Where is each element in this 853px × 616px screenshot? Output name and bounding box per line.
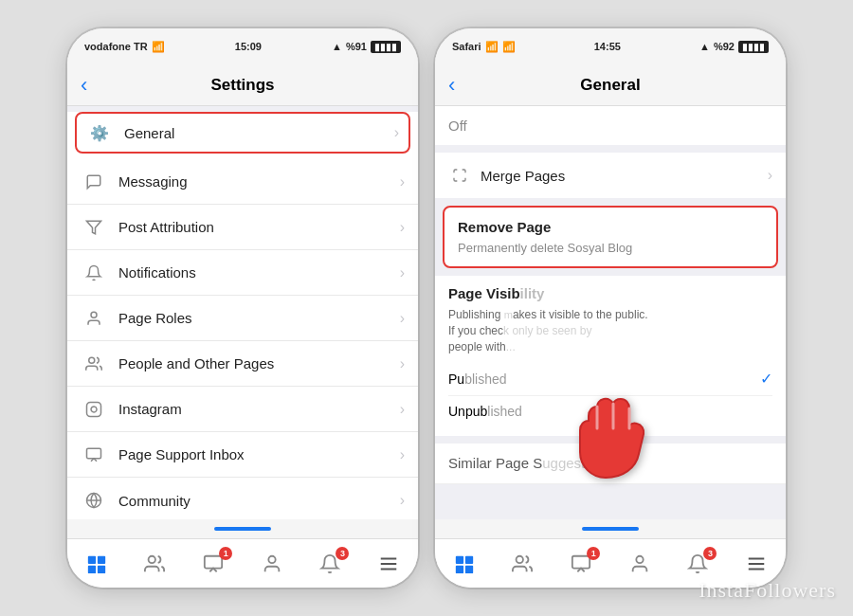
- visibility-option-unpublished[interactable]: Unpublished: [448, 396, 772, 426]
- settings-item-notifications[interactable]: Notifications ›: [67, 250, 418, 296]
- right-tab-watch-badge: 1: [587, 547, 600, 560]
- remove-page-subtitle: Permanently delete Sosyal Blog: [445, 241, 776, 266]
- instagram-icon: [81, 396, 107, 423]
- visibility-description: Publishing makes it visible to the publi…: [448, 307, 772, 354]
- right-tab-notifications[interactable]: 3: [677, 543, 718, 585]
- published-label: Published: [448, 371, 507, 387]
- left-carrier: vodafone TR: [84, 41, 148, 52]
- svg-rect-9: [98, 555, 105, 563]
- page-visibility-section: Page Visibility Publishing makes it visi…: [435, 276, 786, 436]
- svg-point-24: [636, 555, 643, 562]
- right-phone: Safari 📶 📶 14:55 ▲ %92 ▮▮▮▮ ‹ General Of…: [435, 28, 786, 588]
- similar-pages-section: Similar Page Suggestions: [435, 444, 786, 484]
- svg-rect-3: [87, 402, 101, 416]
- left-tab-friends[interactable]: [134, 543, 175, 585]
- page-roles-icon: [81, 305, 107, 332]
- visibility-content: Page Visibility Publishing makes it visi…: [435, 276, 786, 436]
- settings-item-general[interactable]: ⚙️ General ›: [75, 112, 410, 154]
- people-other-pages-icon: [81, 351, 107, 377]
- settings-item-instagram[interactable]: Instagram ›: [67, 387, 418, 432]
- right-home-indicator: [582, 527, 639, 531]
- merge-pages-label: Merge Pages: [481, 168, 768, 184]
- left-battery-pct: %91: [346, 41, 367, 52]
- remove-page-section[interactable]: Remove Page Permanently delete Sosyal Bl…: [443, 206, 778, 268]
- right-carrier: Safari: [452, 41, 481, 52]
- right-wifi-icon: 📶: [502, 41, 516, 53]
- svg-point-1: [91, 312, 97, 317]
- left-nav-title: Settings: [109, 76, 376, 95]
- svg-rect-18: [456, 555, 463, 563]
- right-status-bar: Safari 📶 📶 14:55 ▲ %92 ▮▮▮▮: [435, 28, 786, 64]
- left-tab-home[interactable]: [76, 543, 118, 585]
- left-back-button[interactable]: ‹: [81, 73, 109, 98]
- svg-point-14: [268, 555, 275, 562]
- settings-item-messaging[interactable]: Messaging ›: [67, 159, 418, 205]
- svg-rect-10: [88, 565, 96, 572]
- svg-point-22: [517, 555, 523, 562]
- svg-marker-0: [87, 221, 101, 234]
- left-phone: vodafone TR 📶 15:09 ▲ %91 ▮▮▮▮ ‹ Setting…: [67, 28, 418, 588]
- settings-item-post-attribution[interactable]: Post Attribution ›: [67, 205, 418, 250]
- left-status-right: ▲ %91 ▮▮▮▮: [332, 41, 401, 53]
- left-home-indicator-container: [67, 519, 418, 538]
- instagram-chevron: ›: [400, 401, 405, 418]
- left-status-bar: vodafone TR 📶 15:09 ▲ %91 ▮▮▮▮: [67, 28, 418, 64]
- merge-pages-item[interactable]: Merge Pages ›: [435, 153, 786, 198]
- right-tab-home[interactable]: [444, 543, 485, 585]
- off-item: Off: [435, 106, 786, 145]
- page-support-inbox-icon: [81, 442, 107, 468]
- similar-pages-title: Similar Page Suggestions: [448, 455, 611, 471]
- right-tab-watch[interactable]: 1: [560, 543, 602, 585]
- right-nav-bar: ‹ General: [435, 64, 786, 106]
- left-tab-notifications[interactable]: 3: [309, 543, 351, 585]
- instagram-label: Instagram: [118, 401, 400, 417]
- page-roles-chevron: ›: [400, 310, 405, 327]
- left-battery-icon: ▮▮▮▮: [371, 41, 401, 53]
- svg-point-12: [149, 555, 155, 562]
- right-status-right: ▲ %92 ▮▮▮▮: [699, 41, 769, 53]
- right-battery-pct: %92: [714, 41, 735, 52]
- merge-pages-icon: [448, 164, 471, 187]
- page-support-inbox-chevron: ›: [400, 446, 405, 463]
- notifications-label: Notifications: [118, 264, 400, 281]
- off-section: Off: [435, 106, 786, 145]
- svg-point-2: [89, 357, 95, 363]
- left-nav-bar: ‹ Settings: [67, 64, 418, 106]
- messaging-label: Messaging: [118, 173, 400, 190]
- general-chevron: ›: [394, 124, 399, 141]
- settings-item-page-roles[interactable]: Page Roles ›: [67, 296, 418, 341]
- people-other-pages-label: People and Other Pages: [118, 355, 400, 371]
- right-battery-icon: ▮▮▮▮: [738, 41, 769, 53]
- left-status-left: vodafone TR 📶: [84, 41, 165, 53]
- right-nav-title: General: [477, 76, 744, 95]
- right-tab-menu[interactable]: [735, 543, 777, 585]
- messaging-icon: [81, 169, 107, 195]
- right-tab-friends[interactable]: [501, 543, 543, 585]
- right-back-button[interactable]: ‹: [448, 73, 477, 98]
- remove-page-title: Remove Page: [445, 208, 776, 241]
- visibility-option-published[interactable]: Published ✓: [448, 362, 772, 396]
- community-label: Community: [118, 493, 400, 509]
- right-tab-profile[interactable]: [619, 543, 661, 585]
- right-time: 14:55: [594, 41, 621, 52]
- left-tab-watch[interactable]: 1: [192, 543, 234, 585]
- left-tab-menu[interactable]: [368, 543, 409, 585]
- unpublished-label: Unpublished: [448, 404, 522, 419]
- svg-rect-19: [465, 555, 473, 563]
- notifications-icon: [81, 260, 107, 286]
- left-tab-watch-badge: 1: [219, 547, 232, 560]
- svg-rect-8: [88, 555, 96, 563]
- left-tab-profile[interactable]: [251, 543, 293, 585]
- visibility-options: Published ✓ Unpublished: [448, 362, 772, 426]
- settings-item-community[interactable]: Community ›: [67, 478, 418, 519]
- published-checkmark: ✓: [760, 370, 772, 388]
- svg-rect-11: [98, 565, 105, 572]
- svg-rect-21: [465, 565, 473, 572]
- left-settings-list: ⚙️ General › Messaging › Post Attributio…: [67, 106, 418, 519]
- settings-item-page-support-inbox[interactable]: Page Support Inbox ›: [67, 432, 418, 478]
- right-settings-list: Off Merge Pages › Remove Page Permanentl…: [435, 106, 786, 519]
- community-icon: [81, 487, 107, 514]
- merge-pages-section: Merge Pages ›: [435, 153, 786, 198]
- settings-item-people-other-pages[interactable]: People and Other Pages ›: [67, 341, 418, 387]
- visibility-title: Page Visibility: [448, 285, 772, 301]
